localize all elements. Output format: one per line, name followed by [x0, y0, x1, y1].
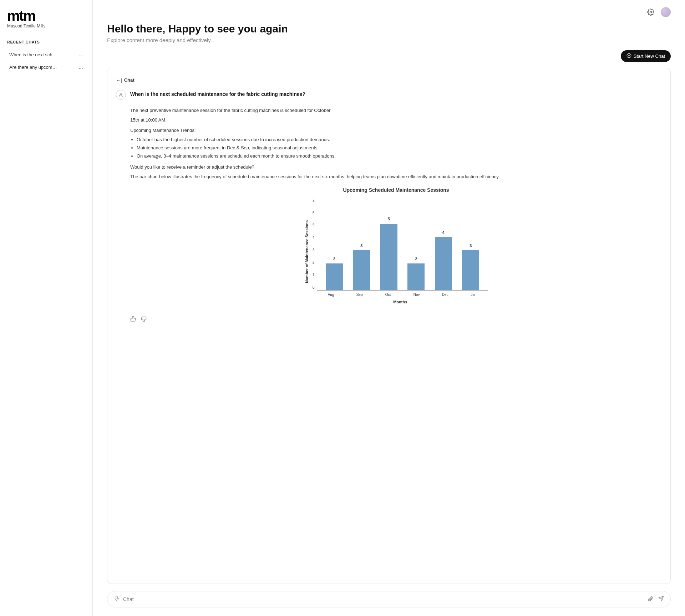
svg-point-4 [120, 93, 122, 95]
bar-value-label: 3 [470, 243, 472, 249]
chart-title: Upcoming Scheduled Maintenance Sessions [130, 186, 662, 194]
trend-bullet: Maintenance sessions are more frequent i… [137, 144, 662, 152]
start-new-chat-button[interactable]: Start New Chat [621, 50, 671, 62]
more-icon[interactable]: … [78, 65, 83, 70]
chat-composer [107, 591, 671, 607]
mic-icon[interactable] [114, 596, 120, 603]
chart: Number of Maintenance Sessions 76543210 … [296, 198, 496, 306]
user-avatar[interactable] [661, 7, 671, 17]
y-axis-label: Number of Maintenance Sessions [304, 220, 310, 283]
bar-value-label: 2 [415, 256, 417, 262]
y-axis: 76543210 [313, 198, 317, 291]
brand-logo: mtm [7, 9, 85, 23]
y-tick: 0 [313, 285, 315, 291]
hero: Hello there, Happy to see you again Expl… [107, 23, 671, 43]
bar-value-label: 5 [388, 216, 390, 222]
new-chat-row: Start New Chat [107, 50, 671, 62]
x-tick: Nov [406, 292, 427, 298]
send-icon[interactable] [658, 596, 664, 603]
bar-value-label: 2 [333, 256, 335, 262]
trend-bullet: On average, 3–4 maintenance sessions are… [137, 153, 662, 160]
bar-value-label: 3 [360, 243, 362, 249]
plot-area: 235243 [317, 198, 488, 291]
attach-icon[interactable] [648, 596, 653, 603]
assistant-message: The next preventive maintenance session … [130, 107, 662, 305]
recent-chat-title: Are there any upcom… [9, 65, 57, 70]
x-axis-ticks: AugSepOctNovDecJan [317, 291, 488, 298]
answer-outro: The bar chart below illustrates the freq… [130, 173, 662, 181]
bar [407, 263, 425, 290]
bar-group: 3 [351, 243, 372, 290]
settings-icon[interactable] [646, 7, 656, 17]
answer-intro-1: The next preventive maintenance session … [130, 107, 662, 114]
bar-group: 3 [460, 243, 481, 290]
trends-heading: Upcoming Maintenance Trends: [130, 127, 662, 134]
y-tick: 5 [313, 222, 315, 228]
more-icon[interactable]: … [78, 52, 83, 57]
x-tick: Jan [463, 292, 484, 298]
trend-bullet: October has the highest number of schedu… [137, 136, 662, 144]
y-tick: 3 [313, 247, 315, 253]
back-to-chat-button[interactable]: ←| Chat [116, 77, 135, 83]
answer-followup: Would you like to receive a reminder or … [130, 164, 662, 171]
app-root: mtm Masood Textile Mills RECENT CHATS Wh… [0, 0, 685, 616]
user-message: When is the next scheduled maintenance f… [116, 90, 662, 100]
y-tick: 6 [313, 210, 315, 216]
recent-chat-item[interactable]: When is the next sch… … [7, 48, 85, 61]
recent-chat-item[interactable]: Are there any upcom… … [7, 61, 85, 73]
hero-subtitle: Explore content more deeply and effectiv… [107, 37, 671, 43]
chat-input[interactable] [123, 596, 644, 602]
y-tick: 4 [313, 235, 315, 241]
bar [435, 237, 452, 290]
thumbs-up-icon[interactable] [130, 316, 137, 324]
sidebar: mtm Masood Textile Mills RECENT CHATS Wh… [0, 0, 93, 616]
x-tick: Sep [349, 292, 370, 298]
svg-rect-5 [116, 596, 117, 599]
bar [462, 250, 479, 290]
bar-group: 5 [378, 216, 400, 290]
recent-chats-label: RECENT CHATS [7, 40, 85, 44]
thumbs-down-icon[interactable] [140, 316, 147, 324]
trends-list: October has the highest number of schedu… [137, 136, 662, 160]
bar [380, 224, 397, 290]
user-message-text: When is the next scheduled maintenance f… [130, 90, 305, 100]
bar-group: 2 [405, 256, 427, 290]
main-panel: Hello there, Happy to see you again Expl… [93, 0, 685, 616]
svg-point-0 [650, 11, 652, 13]
y-tick: 2 [313, 260, 315, 266]
bar [353, 250, 370, 290]
x-tick: Dec [435, 292, 456, 298]
bar-group: 4 [433, 230, 454, 290]
answer-intro-2: 15th at 10:00 AM. [130, 117, 662, 124]
hero-title: Hello there, Happy to see you again [107, 23, 671, 35]
x-tick: Aug [320, 292, 342, 298]
start-new-chat-label: Start New Chat [634, 53, 665, 59]
y-tick: 1 [313, 272, 315, 278]
user-icon [116, 90, 126, 100]
recent-chat-title: When is the next sch… [9, 52, 57, 57]
bar-group: 2 [324, 256, 345, 290]
feedback-row [130, 316, 662, 324]
back-label: Chat [124, 77, 135, 83]
back-arrow-icon: ←| [116, 77, 122, 83]
y-tick: 7 [313, 198, 315, 204]
brand-subtitle: Masood Textile Mills [7, 24, 85, 29]
topbar [646, 7, 671, 17]
x-tick: Oct [377, 292, 399, 298]
bar-value-label: 4 [442, 230, 445, 236]
brand-block: mtm Masood Textile Mills [7, 9, 85, 29]
bar [326, 263, 343, 290]
x-axis-label: Months [313, 299, 488, 306]
plus-circle-icon [626, 53, 631, 59]
chat-panel: ←| Chat When is the next scheduled maint… [107, 68, 671, 584]
